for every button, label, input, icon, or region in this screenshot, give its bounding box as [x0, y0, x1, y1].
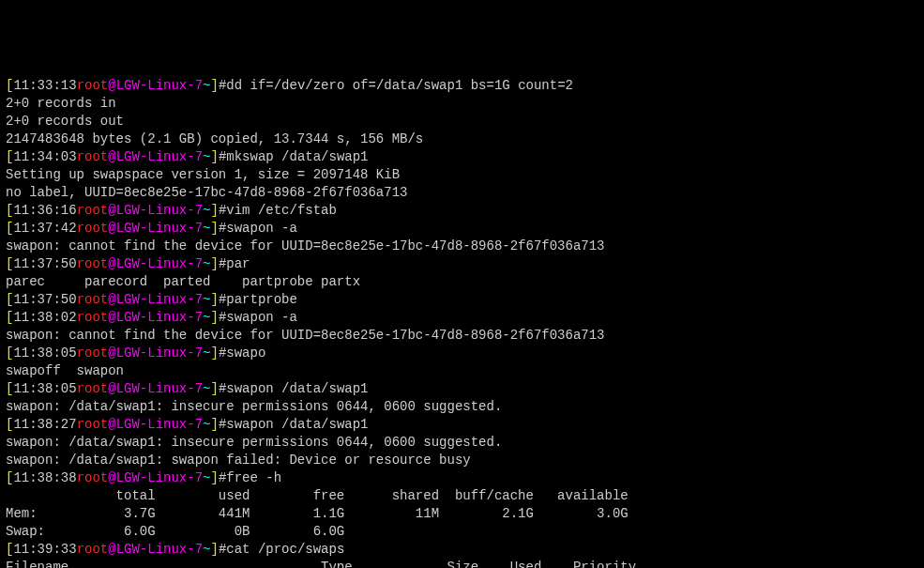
- terminal-segment: 11:38:02: [13, 310, 76, 325]
- terminal-line: swapon: cannot find the device for UUID=…: [6, 238, 918, 255]
- terminal-segment: 2147483648 bytes (2.1 GB) copied, 13.734…: [6, 131, 423, 146]
- terminal-segment: swapoff swapon: [6, 363, 124, 378]
- terminal-line: swapon: /data/swap1: swapon failed: Devi…: [6, 452, 918, 469]
- terminal-segment: ]: [210, 221, 218, 236]
- terminal-line: Filename Type Size Used Priority: [6, 559, 918, 568]
- terminal-segment: #mkswap /data/swap1: [219, 149, 369, 164]
- terminal-segment: 11:38:05: [13, 345, 76, 361]
- terminal-line: swapon: /data/swap1: insecure permission…: [6, 434, 918, 452]
- terminal-segment: #swapon /data/swap1: [219, 417, 369, 432]
- terminal-segment: swapon: cannot find the device for UUID=…: [6, 328, 605, 343]
- terminal-line: [11:36:16root@LGW-Linux-7~]#vim /etc/fst…: [6, 202, 918, 220]
- terminal-segment: @LGW-Linux-7: [108, 345, 203, 361]
- terminal-segment: root: [77, 470, 109, 485]
- terminal-segment: #swapon -a: [219, 310, 297, 325]
- terminal-line: [11:39:33root@LGW-Linux-7~]#cat /proc/sw…: [6, 541, 918, 559]
- terminal-segment: root: [77, 417, 109, 432]
- terminal-segment: swapon: cannot find the device for UUID=…: [6, 238, 605, 253]
- terminal-line: 2+0 records in: [6, 95, 918, 113]
- terminal-segment: @LGW-Linux-7: [108, 221, 203, 236]
- terminal-segment: ]: [210, 345, 218, 361]
- terminal-line: [11:38:05root@LGW-Linux-7~]#swapo: [6, 345, 918, 362]
- terminal-segment: parec parecord parted partprobe partx: [6, 274, 360, 289]
- terminal-segment: ]: [210, 542, 218, 557]
- terminal-line: swapoff swapon: [6, 362, 918, 380]
- terminal-line: total used free shared buff/cache availa…: [6, 487, 918, 505]
- terminal-segment: Setting up swapspace version 1, size = 2…: [6, 167, 400, 182]
- terminal-segment: 2+0 records in: [6, 96, 116, 111]
- terminal-line: parec parecord parted partprobe partx: [6, 273, 918, 291]
- terminal-segment: ]: [210, 203, 218, 218]
- terminal-segment: #swapon -a: [219, 221, 297, 236]
- terminal-line: Mem: 3.7G 441M 1.1G 11M 2.1G 3.0G: [6, 505, 918, 523]
- terminal-line: [11:37:50root@LGW-Linux-7~]#par: [6, 255, 918, 273]
- terminal-line: [11:38:38root@LGW-Linux-7~]#free -h: [6, 469, 918, 487]
- terminal-line: [11:37:42root@LGW-Linux-7~]#swapon -a: [6, 220, 918, 238]
- terminal-segment: #partprobe: [219, 292, 297, 307]
- terminal-line: Setting up swapspace version 1, size = 2…: [6, 166, 918, 184]
- terminal-line: [11:37:50root@LGW-Linux-7~]#partprobe: [6, 291, 918, 309]
- terminal-segment: swapon: /data/swap1: swapon failed: Devi…: [6, 453, 471, 468]
- terminal-segment: total used free shared buff/cache availa…: [6, 488, 629, 503]
- terminal-segment: root: [77, 221, 109, 236]
- terminal-segment: 11:38:38: [13, 470, 76, 485]
- terminal-segment: swapon: /data/swap1: insecure permission…: [6, 399, 502, 414]
- terminal-segment: @LGW-Linux-7: [108, 417, 203, 432]
- terminal-line: [11:38:27root@LGW-Linux-7~]#swapon /data…: [6, 416, 918, 434]
- terminal-line: 2+0 records out: [6, 113, 918, 130]
- terminal-segment: no label, UUID=8ec8e25e-17bc-47d8-8968-2…: [6, 185, 407, 200]
- terminal-segment: root: [77, 292, 109, 307]
- terminal-line: no label, UUID=8ec8e25e-17bc-47d8-8968-2…: [6, 184, 918, 202]
- terminal-segment: #swapo: [219, 345, 265, 361]
- terminal-segment: root: [77, 256, 109, 271]
- terminal-line: Swap: 6.0G 0B 6.0G: [6, 523, 918, 541]
- terminal-segment: 11:37:50: [13, 292, 76, 307]
- terminal-segment: @LGW-Linux-7: [108, 470, 203, 485]
- terminal-line: [11:38:02root@LGW-Linux-7~]#swapon -a: [6, 309, 918, 327]
- terminal-segment: ]: [210, 417, 218, 432]
- terminal-segment: 11:38:05: [13, 381, 76, 396]
- terminal-segment: ]: [210, 381, 218, 396]
- terminal-segment: ]: [210, 256, 218, 271]
- terminal-segment: root: [77, 381, 109, 396]
- terminal-segment: 11:38:27: [13, 417, 76, 432]
- terminal-segment: #par: [219, 256, 250, 271]
- terminal-segment: 11:39:33: [13, 542, 76, 557]
- terminal-segment: root: [77, 345, 109, 361]
- terminal-segment: root: [77, 310, 109, 325]
- terminal-segment: @LGW-Linux-7: [108, 256, 203, 271]
- terminal-segment: @LGW-Linux-7: [108, 310, 203, 325]
- terminal-segment: ]: [210, 310, 218, 325]
- terminal-segment: #cat /proc/swaps: [219, 542, 344, 557]
- terminal-segment: 11:33:13: [13, 78, 76, 93]
- terminal-segment: @LGW-Linux-7: [108, 292, 203, 307]
- terminal-segment: ]: [210, 78, 218, 93]
- terminal-line: [11:38:05root@LGW-Linux-7~]#swapon /data…: [6, 380, 918, 398]
- terminal-segment: #dd if=/dev/zero of=/data/swap1 bs=1G co…: [219, 78, 573, 93]
- terminal-segment: 2+0 records out: [6, 114, 124, 129]
- terminal-segment: 11:37:42: [13, 221, 76, 236]
- terminal-segment: swapon: /data/swap1: insecure permission…: [6, 435, 502, 450]
- terminal-segment: @LGW-Linux-7: [108, 78, 203, 93]
- terminal-segment: 11:36:16: [13, 203, 76, 218]
- terminal-segment: root: [77, 542, 109, 557]
- terminal-segment: 11:34:03: [13, 149, 76, 164]
- terminal-segment: Filename Type Size Used Priority: [6, 560, 636, 568]
- terminal-segment: #swapon /data/swap1: [219, 381, 369, 396]
- terminal-segment: root: [77, 203, 109, 218]
- terminal-segment: Swap: 6.0G 0B 6.0G: [6, 524, 344, 539]
- terminal-segment: @LGW-Linux-7: [108, 203, 203, 218]
- terminal-segment: #free -h: [219, 470, 281, 485]
- terminal-segment: @LGW-Linux-7: [108, 381, 203, 396]
- terminal-segment: @LGW-Linux-7: [108, 542, 203, 557]
- terminal-line: 2147483648 bytes (2.1 GB) copied, 13.734…: [6, 130, 918, 148]
- terminal-segment: ]: [210, 149, 218, 164]
- terminal-segment: root: [77, 78, 109, 93]
- terminal-output[interactable]: [11:33:13root@LGW-Linux-7~]#dd if=/dev/z…: [6, 77, 918, 568]
- terminal-line: swapon: /data/swap1: insecure permission…: [6, 398, 918, 416]
- terminal-segment: root: [77, 149, 109, 164]
- terminal-line: swapon: cannot find the device for UUID=…: [6, 327, 918, 345]
- terminal-segment: Mem: 3.7G 441M 1.1G 11M 2.1G 3.0G: [6, 506, 629, 521]
- terminal-segment: ]: [210, 292, 218, 307]
- terminal-line: [11:34:03root@LGW-Linux-7~]#mkswap /data…: [6, 148, 918, 166]
